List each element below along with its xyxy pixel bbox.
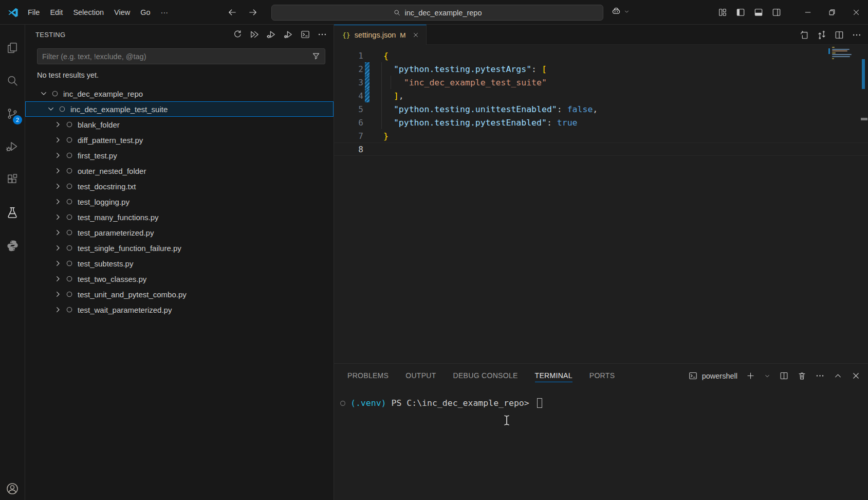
run-tests-coverage-icon[interactable] [283, 29, 293, 40]
chevron-right-icon [54, 182, 62, 190]
code-text: { [383, 51, 389, 61]
code-text: "python.testing.pytestArgs": [ [383, 64, 547, 74]
minimize-button[interactable] [796, 0, 820, 25]
scm-badge: 2 [13, 115, 22, 124]
test-unset-circle-icon [65, 167, 73, 175]
testing-view-icon[interactable] [0, 196, 25, 229]
debug-tests-icon[interactable] [266, 29, 276, 40]
back-arrow-icon[interactable] [227, 7, 237, 17]
close-tab-icon[interactable] [412, 31, 419, 39]
terminal-profile[interactable]: powershell [688, 371, 737, 381]
split-terminal-icon[interactable] [779, 371, 789, 381]
code-line-1: 1{ [334, 49, 868, 62]
panel-tab-ports[interactable]: PORTS [589, 369, 615, 382]
shell-label: powershell [702, 372, 737, 380]
test-item-test_docstring.txt[interactable]: test_docstring.txt [25, 178, 334, 194]
close-window-button[interactable] [844, 0, 868, 25]
indent-guide [381, 116, 382, 129]
test-item-first_test.py[interactable]: first_test.py [25, 148, 334, 163]
explorer-icon[interactable] [0, 31, 25, 64]
forward-arrow-icon[interactable] [248, 7, 258, 17]
filter-funnel-icon[interactable] [311, 51, 321, 61]
gutter-modified-indicator [365, 89, 370, 102]
line-number: 5 [334, 104, 363, 114]
test-item-diff_pattern_test.py[interactable]: diff_pattern_test.py [25, 132, 334, 148]
indent-guide [381, 62, 382, 76]
launch-profile-chevron-icon[interactable] [764, 372, 771, 380]
test-item-test_single_function_failure.py[interactable]: test_single_function_failure.py [25, 240, 334, 256]
new-terminal-icon[interactable] [746, 371, 755, 381]
menu-go[interactable]: Go [135, 6, 155, 19]
test-item-test_two_classes.py[interactable]: test_two_classes.py [25, 271, 334, 287]
toggle-panel-icon[interactable] [753, 7, 764, 17]
test-item-inc_dec_example_repo[interactable]: inc_dec_example_repo [25, 86, 334, 101]
tab-settings-json[interactable]: {} settings.json M [334, 25, 427, 45]
command-center-search[interactable]: inc_dec_example_repo [271, 5, 603, 21]
refresh-tests-icon[interactable] [232, 29, 243, 40]
chevron-right-icon [54, 151, 62, 159]
test-item-test_subtests.py[interactable]: test_subtests.py [25, 256, 334, 271]
test-item-label: test_parameterized.py [78, 228, 154, 237]
code-line-5: 5 "python.testing.unittestEnabled": fals… [334, 102, 868, 116]
close-panel-icon[interactable] [851, 371, 861, 381]
maximize-panel-icon[interactable] [833, 371, 843, 381]
restore-button[interactable] [820, 0, 844, 25]
test-filter-input[interactable] [37, 48, 325, 64]
test-item-label: test_logging.py [78, 198, 130, 206]
minimap[interactable] [832, 47, 859, 60]
overview-ruler-modified [862, 59, 865, 89]
show-test-output-icon[interactable] [300, 29, 310, 40]
editor-region: {} settings.json M 1{2 "python.testing.p… [334, 25, 868, 363]
test-filter [37, 48, 325, 64]
line-number: 8 [334, 145, 363, 154]
line-number: 7 [334, 131, 363, 141]
search-view-icon[interactable] [0, 64, 25, 97]
menu-selection[interactable]: Selection [68, 6, 109, 19]
test-item-test_wait_parameterized.py[interactable]: test_wait_parameterized.py [25, 302, 334, 317]
split-editor-icon[interactable] [834, 30, 844, 40]
command-decoration-icon [339, 400, 346, 407]
test-item-test_unit_and_pytest_combo.py[interactable]: test_unit_and_pytest_combo.py [25, 287, 334, 302]
extensions-icon[interactable] [0, 163, 25, 196]
panel-tab-terminal[interactable]: TERMINAL [535, 369, 572, 382]
panel-header: PROBLEMSOUTPUTDEBUG CONSOLETERMINALPORTS… [334, 364, 868, 388]
panel-tab-output[interactable]: OUTPUT [405, 369, 436, 382]
customize-layout-icon[interactable] [717, 7, 728, 17]
menu-edit[interactable]: Edit [45, 6, 68, 19]
terminal[interactable]: (.venv) PS C:\inc_dec_example_repo> [334, 388, 868, 408]
test-item-inc_dec_example_test_suite[interactable]: inc_dec_example_test_suite [25, 101, 334, 117]
chevron-right-icon [54, 306, 62, 314]
terminal-controls: powershell [688, 364, 861, 388]
panel-tab-debug-console[interactable]: DEBUG CONSOLE [453, 369, 518, 382]
test-item-blank_folder[interactable]: blank_folder [25, 117, 334, 132]
toggle-primary-sidebar-icon[interactable] [735, 7, 746, 17]
menu-view[interactable]: View [109, 6, 135, 19]
panel-tab-problems[interactable]: PROBLEMS [347, 369, 389, 382]
open-changes-icon[interactable] [817, 30, 827, 40]
run-and-debug-icon[interactable] [0, 130, 25, 163]
kill-terminal-icon[interactable] [797, 371, 807, 381]
run-all-tests-icon[interactable] [249, 29, 260, 40]
test-item-test_parameterized.py[interactable]: test_parameterized.py [25, 225, 334, 240]
test-item-label: test_subtests.py [78, 259, 133, 268]
more-actions-icon[interactable] [852, 30, 862, 40]
chevron-right-icon [54, 228, 62, 237]
open-settings-ui-icon[interactable] [799, 30, 809, 40]
test-item-test_many_functions.py[interactable]: test_many_functions.py [25, 209, 334, 225]
code-line-6: 6 "python.testing.pytestEnabled": true [334, 116, 868, 129]
menu-file[interactable]: File [23, 6, 45, 19]
source-control-icon[interactable]: 2 [0, 97, 25, 130]
toggle-secondary-sidebar-icon[interactable] [771, 7, 782, 17]
python-icon[interactable] [0, 229, 25, 262]
test-item-outer_nested_folder[interactable]: outer_nested_folder [25, 163, 334, 178]
more-actions-icon[interactable] [815, 371, 825, 381]
code-line-3: 3 "inc_dec_example_test_suite" [334, 76, 868, 89]
account-icon[interactable] [0, 479, 25, 500]
copilot-menu[interactable] [611, 6, 630, 17]
test-item-test_logging.py[interactable]: test_logging.py [25, 194, 334, 209]
more-actions-icon[interactable] [317, 29, 327, 40]
code-editor[interactable]: 1{2 "python.testing.pytestArgs": [3 "inc… [334, 45, 868, 363]
search-icon [393, 9, 401, 16]
menu-more[interactable]: ··· [156, 6, 174, 19]
test-unset-circle-icon [65, 244, 73, 252]
